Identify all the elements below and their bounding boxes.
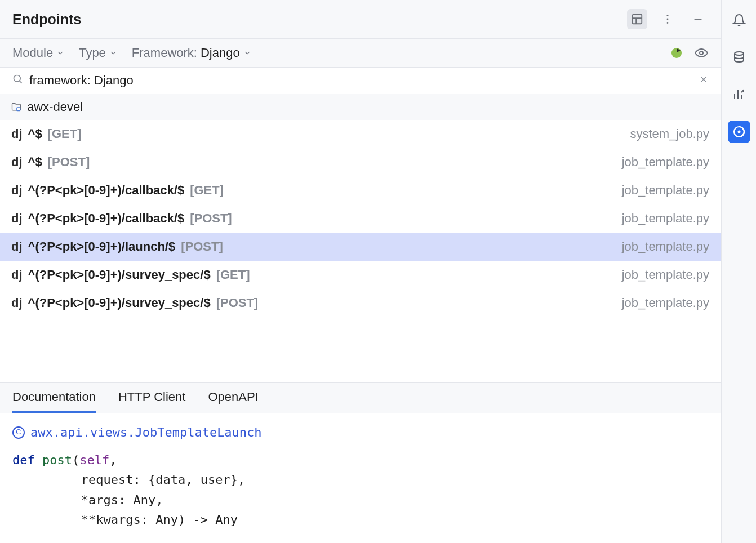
filter-left: Module Type Framework: Django (12, 46, 251, 60)
search-icon (12, 74, 24, 87)
code-line-3: *args: Any, (81, 493, 163, 507)
dj-badge: dj (11, 239, 23, 254)
search-row: framework: Django (0, 68, 721, 94)
endpoint-left: dj^(?P<pk>[0-9]+)/callback/$[GET] (11, 183, 224, 198)
endpoint-path: ^(?P<pk>[0-9]+)/callback/$ (28, 211, 185, 226)
doc-class-ref: awx.api.views.JobTemplateLaunch (30, 422, 262, 442)
endpoint-list: dj^$[GET]system_job.pydj^$[POST]job_temp… (0, 120, 721, 382)
endpoint-file: job_template.py (622, 239, 709, 254)
endpoint-method: [GET] (48, 127, 82, 141)
minimize-icon[interactable] (688, 9, 708, 29)
endpoint-method: [POST] (181, 239, 223, 254)
endpoint-method: [GET] (190, 183, 224, 198)
endpoints-tool-icon[interactable] (728, 121, 750, 143)
endpoint-path: ^(?P<pk>[0-9]+)/survey_spec/$ (28, 296, 211, 310)
endpoint-row[interactable]: dj^(?P<pk>[0-9]+)/survey_spec/$[POST]job… (0, 289, 721, 317)
panel-header: Endpoints (0, 0, 721, 39)
tab-http-client[interactable]: HTTP Client (118, 390, 185, 413)
svg-point-14 (735, 52, 744, 55)
documentation-area: C awx.api.views.JobTemplateLaunch def po… (0, 413, 721, 543)
database-icon[interactable] (728, 46, 750, 69)
tab-documentation[interactable]: Documentation (12, 390, 96, 413)
code-comma: , (109, 453, 117, 467)
endpoint-path: ^(?P<pk>[0-9]+)/callback/$ (28, 183, 185, 198)
project-row[interactable]: awx-devel (0, 94, 721, 120)
endpoint-row[interactable]: dj^(?P<pk>[0-9]+)/launch/$[POST]job_temp… (0, 233, 721, 261)
endpoint-file: job_template.py (622, 155, 709, 170)
endpoint-row[interactable]: dj^(?P<pk>[0-9]+)/callback/$[POST]job_te… (0, 204, 721, 233)
filter-bar: Module Type Framework: Django (0, 39, 721, 68)
filter-right (670, 46, 708, 60)
endpoint-file: job_template.py (622, 183, 709, 198)
endpoint-row[interactable]: dj^$[GET]system_job.py (0, 120, 721, 148)
svg-point-3 (667, 15, 669, 16)
dj-badge: dj (11, 211, 23, 226)
more-icon[interactable] (657, 9, 678, 29)
doc-class-row[interactable]: C awx.api.views.JobTemplateLaunch (12, 422, 708, 442)
filter-framework-value: Django (201, 46, 240, 60)
endpoint-method: [POST] (190, 211, 232, 226)
copyright-icon: C (12, 426, 25, 439)
svg-rect-0 (633, 15, 642, 24)
svg-rect-13 (17, 108, 20, 111)
main-panel: Endpoints Module Type Framework: (0, 0, 721, 543)
code-keyword-def: def (12, 453, 42, 467)
code-self: self (79, 453, 109, 467)
clear-search-icon[interactable] (699, 75, 708, 86)
svg-point-4 (667, 19, 669, 20)
filter-type-label: Type (79, 46, 106, 60)
filter-framework[interactable]: Framework: Django (132, 46, 251, 60)
right-rail (721, 0, 756, 543)
endpoint-left: dj^(?P<pk>[0-9]+)/callback/$[POST] (11, 211, 232, 226)
project-name: awx-devel (27, 100, 83, 114)
endpoint-file: job_template.py (622, 211, 709, 226)
svg-point-8 (700, 51, 703, 55)
endpoint-method: [POST] (48, 155, 90, 170)
doc-code: def post(self, request: {data, user}, *a… (12, 450, 708, 529)
notifications-icon[interactable] (728, 9, 750, 32)
tab-openapi[interactable]: OpenAPI (208, 390, 258, 413)
svg-point-7 (671, 48, 682, 58)
dj-badge: dj (11, 296, 23, 310)
dj-badge: dj (11, 183, 23, 198)
endpoint-path: ^(?P<pk>[0-9]+)/survey_spec/$ (28, 268, 211, 282)
bottom-tabs: DocumentationHTTP ClientOpenAPI (0, 382, 721, 413)
svg-point-5 (667, 22, 669, 24)
code-fn-name: post (42, 453, 72, 467)
dj-badge: dj (11, 127, 23, 141)
eye-icon[interactable] (695, 46, 708, 60)
endpoint-file: system_job.py (630, 127, 709, 141)
chart-icon[interactable] (728, 83, 750, 106)
filter-framework-label: Framework: (132, 46, 197, 60)
layout-icon[interactable] (627, 9, 647, 29)
endpoint-file: job_template.py (622, 296, 709, 310)
folder-icon (10, 101, 23, 113)
panel-title: Endpoints (12, 11, 81, 28)
header-actions (627, 9, 708, 29)
endpoint-method: [GET] (216, 268, 250, 282)
filter-module-label: Module (12, 46, 53, 60)
chevron-down-icon (56, 49, 64, 57)
code-line-4: **kwargs: Any) -> Any (81, 513, 238, 527)
profiler-icon[interactable] (670, 46, 683, 60)
svg-line-10 (20, 81, 22, 83)
endpoint-path: ^$ (28, 127, 42, 141)
endpoint-left: dj^(?P<pk>[0-9]+)/launch/$[POST] (11, 239, 223, 254)
chevron-down-icon (109, 49, 117, 57)
svg-point-9 (14, 75, 21, 82)
filter-type[interactable]: Type (79, 46, 117, 60)
endpoint-left: dj^$[POST] (11, 155, 90, 170)
search-input[interactable]: framework: Django (29, 73, 699, 88)
endpoint-row[interactable]: dj^(?P<pk>[0-9]+)/survey_spec/$[GET]job_… (0, 261, 721, 289)
endpoint-row[interactable]: dj^(?P<pk>[0-9]+)/callback/$[GET]job_tem… (0, 176, 721, 204)
endpoint-row[interactable]: dj^$[POST]job_template.py (0, 148, 721, 176)
endpoint-file: job_template.py (622, 268, 709, 282)
dj-badge: dj (11, 268, 23, 282)
dj-badge: dj (11, 155, 23, 170)
filter-module[interactable]: Module (12, 46, 64, 60)
code-open-paren: ( (72, 453, 79, 467)
endpoint-left: dj^(?P<pk>[0-9]+)/survey_spec/$[POST] (11, 296, 258, 310)
endpoint-path: ^$ (28, 155, 42, 170)
endpoint-left: dj^(?P<pk>[0-9]+)/survey_spec/$[GET] (11, 268, 250, 282)
svg-point-19 (737, 131, 740, 133)
